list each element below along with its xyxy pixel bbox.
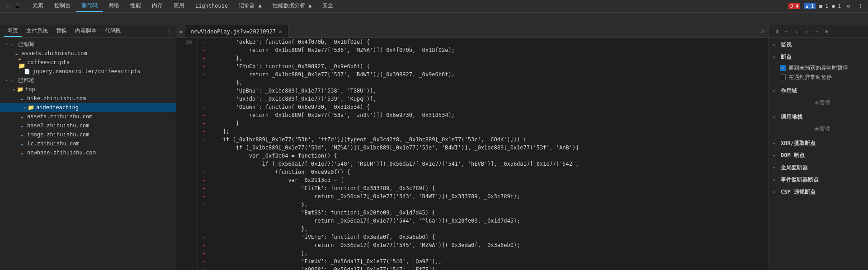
tree-item[interactable]: 📄jquery.nanoscroller/coffeescripts [0,67,176,76]
rp-section-header-watch[interactable]: ▾监视 [769,40,868,50]
sidebar-tab-filesystem[interactable]: 文件系统 [23,26,52,37]
rp-section-header-dom[interactable]: ▾DOM 断点 [769,150,868,161]
expand-icon[interactable]: ⤢ [757,25,769,37]
item-icon: 📁 [16,86,24,93]
diff-minus: - [202,257,206,265]
code-text: var _0xf3e04 = function() { [210,152,337,160]
code-text: }, [210,200,308,209]
tree-item[interactable]: ▾📁aidedteaching [0,103,176,112]
code-line: - 'iVETg': function(_0x3eda0f, _0x3a6eb0… [202,233,765,241]
tree-item[interactable]: ▸ 📁coffeescripts [0,58,176,67]
top-tab-Lighthouse[interactable]: Lighthouse [190,1,233,12]
diff-minus: - [202,160,206,168]
section-arrow-icon: ▾ [773,42,779,47]
code-line: - return _0x56da17[_0x1e77('544', '^l6a'… [202,217,765,225]
step-over-icon[interactable]: ↷ [783,28,791,36]
editor-tab-main[interactable]: newVideoPlay.js?v=20210927 × [185,25,288,37]
tree-item[interactable]: ▾📁top [0,85,176,94]
tree-item[interactable]: ☁base2.zhihuishu.com [0,121,176,130]
tree-item[interactable]: ☁hike.zhihuishu.com [0,94,176,103]
code-line: - }, [202,54,765,62]
sidebar-tab-content[interactable]: 内容脚本 [71,26,100,37]
rp-section-header-callstack[interactable]: ▾调用堆栈 [769,112,868,122]
tree-section-written[interactable]: ▾▹已编写 [0,40,176,49]
main-area: 网页 文件系统 替换 内容脚本 代码段 ⋮ ▾▹已编写☁assets.zhihu… [0,25,868,270]
settings-icon[interactable]: ⚙ [844,2,853,10]
top-tab-应用[interactable]: 应用 [168,0,190,12]
sidebar-tab-webpage[interactable]: 网页 [4,26,22,37]
item-icon: ☁ [18,131,25,138]
top-tab-元素[interactable]: 元素 [27,0,49,12]
tree-item[interactable]: ☁lc.zhihuishu.com [0,139,176,148]
device-icon[interactable]: 📱 [14,2,22,10]
item-icon: ☁ [18,95,25,102]
editor-tab-after [288,25,757,37]
code-text: if (_0x56da17[_0x1e77('540', 'RsUH')](_0… [210,160,579,168]
tree-item-label: hike.zhihuishu.com [27,95,86,102]
code-text: return _0x1bc889[_0x1e77('536', 'MZ%A')]… [210,46,455,54]
rp-section-header-global[interactable]: ▾全局监听器 [769,163,868,173]
rp-section-global: ▾全局监听器 [769,163,868,173]
tab-prev-icon[interactable]: ◀ [176,25,185,37]
tree-section-deployed[interactable]: ▾▹已部署 [0,76,176,85]
more-icon[interactable]: ⋮ [856,2,864,10]
code-lines[interactable]: - 'ovkEU': function(_0x4f070b, _0x18f02e… [198,38,769,270]
rp-section-header-scope[interactable]: ▾作用域 [769,86,868,96]
diff-minus: - [202,265,206,270]
diff-minus: - [202,70,206,79]
sidebar-tab-replace[interactable]: 替换 [52,26,71,37]
diff-minus: - [202,209,206,217]
rp-checkbox[interactable] [780,65,786,71]
top-tab-安全[interactable]: 安全 [317,0,339,12]
tree-item[interactable]: ☁newbase.zhihuishu.com [0,148,176,157]
code-text: return _0x56da17[_0x1e77('545', 'MZ%A')]… [210,241,520,249]
rp-item[interactable]: 遇到未捕获的异常时暂停 [780,63,864,73]
code-line: - 'ux!do': _0x1bc889[_0x1e77('539', 'Kup… [202,95,765,103]
tree-item[interactable]: ☁assets.zhihuishu.com [0,112,176,121]
editor-tab-close[interactable]: × [278,28,282,35]
code-line: - } [202,119,765,127]
pause-icon[interactable]: ⏸ [773,28,781,36]
rp-empty-text: 未暂停 [780,123,864,135]
sidebar-more-icon[interactable]: ⋮ [166,28,172,35]
top-tab-内存[interactable]: 内存 [146,0,168,12]
step-out-icon[interactable]: ↑ [802,28,811,36]
sidebar-tab-snippets[interactable]: 代码段 [101,26,125,37]
step-into-icon[interactable]: ↓ [793,28,801,36]
rp-checkbox[interactable] [780,74,786,80]
diff-minus: - [202,87,206,95]
rp-item[interactable]: 在遇到异常时暂停 [780,73,864,82]
rp-section-header-breakpoints[interactable]: ▾断点 [769,52,868,62]
inspect-icon[interactable]: ⬚ [4,2,12,10]
code-text: }; [210,127,229,135]
tree-item[interactable]: ☁assets.zhihuishu.com [0,49,176,58]
top-tab-性能[interactable]: 性能 [125,0,146,12]
warning-badge: ▲ 1 [804,3,816,9]
code-text: 'FYuCb': function(_0x398927, _0x9e6b6f) … [210,62,370,70]
rp-section-label: CSP 违规断点 [781,188,816,196]
code-line: - var _0xf3e04 = function() { [202,152,765,160]
tree-item[interactable]: ☁image.zhihuishu.com [0,130,176,139]
rp-section-body-scope: 未暂停 [769,96,868,110]
right-panel: ⏸ ↷ ↓ ↑ → ⊘ ▾监视▾断点遇到未捕获的异常时暂停在遇到异常时暂停▾作用… [769,25,868,270]
diff-minus: - [202,95,206,103]
rp-section-scope: ▾作用域未暂停 [769,86,868,110]
tree-item-label: aidedteaching [36,104,79,111]
top-tab-源代码[interactable]: 源代码 [76,0,103,12]
top-tab-性能数据分析-▲[interactable]: 性能数据分析 ▲ [267,0,317,12]
deactivate-icon[interactable]: ⊘ [822,28,830,36]
diff-minus: - [202,46,206,54]
diff-minus: - [202,103,206,111]
rp-section-header-event[interactable]: ▾事件监听器断点 [769,175,868,185]
rp-section-header-xhr[interactable]: ▾XHR/提取断点 [769,138,868,149]
diff-minus: - [202,111,206,119]
code-text: }, [210,79,242,87]
top-tab-记录器-▲[interactable]: 记录器 ▲ [233,0,267,12]
diff-minus: - [202,225,206,233]
rp-section-header-csp[interactable]: ▾CSP 违规断点 [769,187,868,197]
step-icon[interactable]: → [812,28,821,36]
editor-tab-filename: newVideoPlay.js?v=20210927 [191,28,276,35]
rp-section-breakpoints: ▾断点遇到未捕获的异常时暂停在遇到异常时暂停 [769,52,868,84]
top-tab-网络[interactable]: 网络 [103,0,125,12]
top-tab-控制台[interactable]: 控制台 [49,0,76,12]
